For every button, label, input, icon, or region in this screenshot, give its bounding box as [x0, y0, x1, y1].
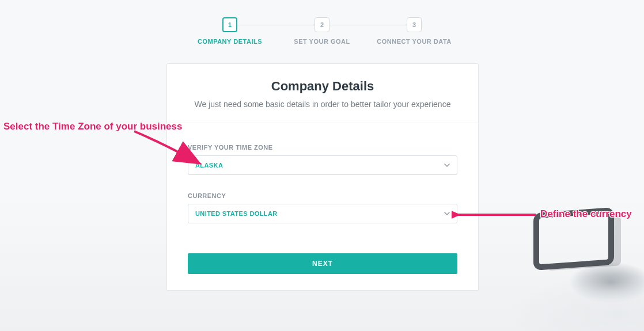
chevron-down-icon	[444, 162, 450, 168]
timezone-select[interactable]: ALASKA	[188, 155, 457, 175]
step-company-details[interactable]: 1 COMPANY DETAILS	[184, 17, 276, 45]
timezone-label: VERIFY YOUR TIME ZONE	[188, 144, 457, 151]
step-number: 2	[315, 17, 329, 32]
step-label: CONNECT YOUR DATA	[377, 38, 452, 45]
step-label: SET YOUR GOAL	[294, 38, 350, 45]
step-connect-your-data[interactable]: 3 CONNECT YOUR DATA	[368, 17, 460, 45]
currency-field: CURRENCY UNITED STATES DOLLAR	[188, 192, 457, 223]
step-connector	[322, 25, 414, 25]
step-number: 3	[407, 17, 422, 32]
currency-value: UNITED STATES DOLLAR	[195, 210, 278, 217]
card-body: VERIFY YOUR TIME ZONE ALASKA CURRENCY UN…	[167, 123, 478, 290]
step-set-your-goal[interactable]: 2 SET YOUR GOAL	[276, 17, 368, 45]
step-number: 1	[222, 17, 237, 32]
chevron-down-icon	[444, 211, 450, 216]
annotation-currency: Define the currency	[540, 208, 632, 220]
background-glasses	[533, 207, 614, 271]
next-button[interactable]: NEXT	[188, 253, 457, 274]
company-details-card: Company Details We just need some basic …	[166, 63, 479, 291]
timezone-field: VERIFY YOUR TIME ZONE ALASKA	[188, 144, 457, 175]
step-label: COMPANY DETAILS	[198, 38, 262, 45]
card-subtitle: We just need some basic details in order…	[188, 100, 457, 109]
timezone-value: ALASKA	[195, 162, 223, 169]
step-connector	[230, 25, 322, 25]
card-header: Company Details We just need some basic …	[167, 64, 478, 123]
currency-label: CURRENCY	[188, 192, 457, 199]
annotation-timezone: Select the Time Zone of your business	[3, 121, 182, 132]
currency-select[interactable]: UNITED STATES DOLLAR	[188, 204, 457, 223]
onboarding-stepper: 1 COMPANY DETAILS 2 SET YOUR GOAL 3 CONN…	[184, 17, 460, 45]
card-title: Company Details	[188, 79, 457, 94]
